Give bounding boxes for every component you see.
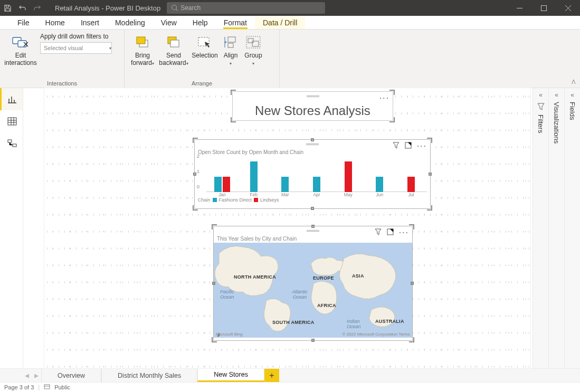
status-bar: Page 3 of 3 | Public	[0, 382, 580, 391]
map-label: AFRICA	[317, 303, 336, 308]
resize-handle[interactable]	[212, 337, 217, 342]
save-button[interactable]	[0, 0, 15, 16]
focus-mode-icon[interactable]	[387, 228, 394, 237]
map-label: Atlantic Ocean	[288, 289, 312, 300]
report-canvas[interactable]: ··· New Stores Analysis ···	[23, 88, 533, 368]
tab-home[interactable]: Home	[37, 17, 73, 29]
resize-handle[interactable]	[409, 224, 414, 230]
tab-modeling[interactable]: Modeling	[107, 17, 153, 29]
svg-rect-9	[228, 37, 235, 42]
maximize-button[interactable]	[531, 0, 556, 16]
pane-label: Visualizations	[553, 102, 560, 144]
visual-title-textbox[interactable]: ··· New Stores Analysis	[232, 91, 393, 121]
apply-drill-filters-label: Apply drill down filters to	[40, 33, 112, 40]
titlebar: Retail Analysis - Power BI Desktop Searc…	[0, 0, 580, 16]
collapse-ribbon-button[interactable]: ᐱ	[572, 79, 576, 85]
search-input[interactable]: Search	[167, 2, 325, 14]
report-view-button[interactable]	[0, 88, 23, 110]
apply-drill-filters-select[interactable]: Selected visual ▾	[40, 42, 112, 54]
page-tab-new-stores[interactable]: New Stores	[197, 369, 264, 382]
redo-button[interactable]	[30, 0, 44, 16]
svg-point-0	[172, 5, 177, 10]
page-tab-overview[interactable]: Overview	[41, 369, 101, 382]
tab-data-drill[interactable]: Data / Drill	[255, 17, 305, 29]
resize-handle[interactable]	[193, 173, 196, 176]
ribbon-group-label-interactions: Interactions	[3, 80, 121, 88]
resize-handle[interactable]	[409, 337, 414, 342]
filter-icon[interactable]	[375, 228, 382, 237]
edit-interactions-button[interactable]: Edit interactions	[3, 31, 38, 69]
drag-grip-icon[interactable]	[306, 144, 319, 145]
map-label: ASIA	[352, 273, 364, 279]
main-row: ··· New Stores Analysis ···	[0, 88, 580, 368]
tab-view[interactable]: View	[153, 17, 185, 29]
resize-handle[interactable]	[311, 225, 315, 228]
tab-help[interactable]: Help	[185, 17, 216, 29]
minimize-button[interactable]	[507, 0, 531, 16]
visual-map[interactable]: ··· This Year Sales by City and Chain NO	[213, 226, 413, 341]
bring-forward-button[interactable]: Bring forward▾	[128, 31, 157, 69]
tab-insert[interactable]: Insert	[73, 17, 107, 29]
align-button[interactable]: Align▾	[220, 31, 242, 69]
data-view-button[interactable]	[0, 110, 23, 132]
send-backward-button[interactable]: Send backward▾	[157, 31, 190, 69]
access-icon	[44, 384, 50, 391]
close-button[interactable]	[556, 0, 580, 16]
add-page-button[interactable]: +	[264, 369, 279, 382]
visual-bar-chart[interactable]: ··· Open Store Count by Open Month and C…	[194, 139, 431, 209]
resize-handle[interactable]	[212, 282, 215, 285]
bing-icon	[216, 332, 221, 337]
expand-pane-icon[interactable]: «	[555, 91, 558, 99]
resize-handle[interactable]	[311, 339, 315, 342]
pane-label: Fields	[568, 102, 576, 120]
expand-pane-icon[interactable]: «	[539, 91, 543, 99]
model-icon	[7, 139, 17, 148]
group-button[interactable]: Group▾	[242, 31, 265, 69]
resize-handle[interactable]	[311, 207, 314, 210]
drag-grip-icon[interactable]	[307, 95, 319, 97]
undo-button[interactable]	[15, 0, 30, 16]
window-title: Retail Analysis - Power BI Desktop	[44, 4, 167, 12]
edit-interactions-icon	[4, 33, 37, 52]
resize-handle[interactable]	[193, 205, 198, 211]
svg-rect-20	[44, 385, 50, 389]
page-tab-district-monthly-sales[interactable]: District Monthly Sales	[101, 369, 197, 382]
filter-icon[interactable]	[393, 141, 400, 151]
visualizations-pane-collapsed[interactable]: « Visualizations	[548, 88, 564, 368]
resize-handle[interactable]	[427, 138, 432, 143]
apply-drill-filters-block: Apply drill down filters to Selected vis…	[38, 31, 115, 54]
map-label: Indian Ocean	[347, 319, 368, 329]
more-options-icon[interactable]: ···	[379, 93, 389, 103]
resize-handle[interactable]	[212, 224, 217, 230]
resize-handle[interactable]	[429, 173, 432, 176]
more-options-icon[interactable]: ···	[417, 141, 427, 151]
tab-file[interactable]: File	[9, 17, 37, 29]
tab-format[interactable]: Format	[216, 17, 255, 29]
group-icon	[243, 33, 264, 52]
resize-handle[interactable]	[389, 90, 395, 95]
map-label: EUROPE	[313, 275, 334, 281]
prev-page-button[interactable]: ◂	[22, 369, 32, 382]
resize-handle[interactable]	[427, 205, 432, 211]
next-page-button[interactable]: ▸	[32, 369, 41, 382]
legend-swatch	[254, 198, 258, 202]
map-body[interactable]: NORTH AMERICA SOUTH AMERICA EUROPE AFRIC…	[214, 243, 412, 338]
search-placeholder: Search	[180, 4, 201, 12]
expand-pane-icon[interactable]: «	[571, 91, 574, 99]
align-icon	[221, 33, 241, 52]
resize-handle[interactable]	[389, 117, 395, 122]
drag-grip-icon[interactable]	[307, 230, 319, 232]
resize-handle[interactable]	[411, 282, 414, 285]
svg-rect-15	[8, 140, 12, 142]
fields-pane-collapsed[interactable]: « Fields	[564, 88, 580, 368]
resize-handle[interactable]	[193, 138, 198, 143]
more-options-icon[interactable]: ···	[399, 228, 409, 237]
filters-pane-collapsed[interactable]: « Filters	[533, 88, 548, 368]
resize-handle[interactable]	[311, 138, 314, 141]
resize-handle[interactable]	[231, 117, 236, 122]
selection-pane-button[interactable]: Selection	[190, 31, 220, 61]
resize-handle[interactable]	[231, 90, 236, 95]
model-view-button[interactable]	[0, 132, 23, 155]
focus-mode-icon[interactable]	[405, 141, 412, 151]
ribbon-tab-strip: File Home Insert Modeling View Help Form…	[0, 16, 580, 30]
